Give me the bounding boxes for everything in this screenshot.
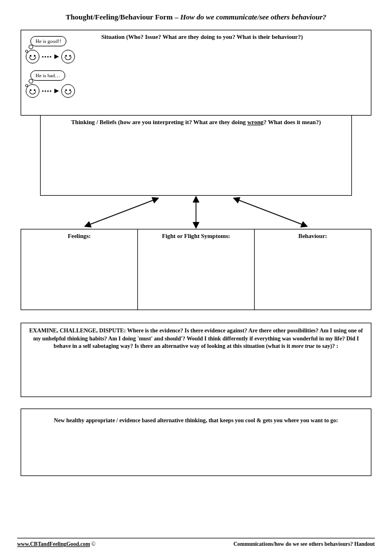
behaviour-col: Behaviour: <box>255 229 371 310</box>
situation-box: Situation (Who? Issue? What are they doi… <box>21 30 371 116</box>
thinking-heading-underlined: wrong <box>247 119 263 125</box>
svg-line-0 <box>88 199 156 225</box>
triple-box: Feelings: Fight or Flight Symptoms: Beha… <box>21 229 371 310</box>
examine-body-post: to say)? : <box>315 343 338 349</box>
smiley-icon <box>26 84 39 98</box>
examine-body-italic: more true <box>292 343 315 349</box>
footer-copy: © <box>90 541 96 547</box>
thinking-box: Thinking / Beliefs (how are you interpre… <box>40 116 352 196</box>
thought-bubble-good: He is good!! <box>30 36 66 46</box>
examine-lead: EXAMINE, CHALLENGE, DISPUTE: <box>29 327 127 334</box>
thinking-heading-post: ? What does it mean?) <box>264 119 321 125</box>
arrows-zone <box>40 196 352 229</box>
feelings-heading: Feelings: <box>26 233 133 239</box>
footer-left: www.CBTandFeelingGood.com © <box>17 541 96 547</box>
examine-heading: EXAMINE, CHALLENGE, DISPUTE: Where is th… <box>28 327 364 350</box>
thought-bubble-bad: He is bad… <box>30 70 65 81</box>
fight-flight-col: Fight or Flight Symptoms: <box>138 229 255 310</box>
page-title: Thought/Feeling/Behaviour Form – How do … <box>17 13 375 22</box>
title-main: Thought/Feeling/Behaviour Form – <box>66 13 180 21</box>
footer-rule <box>17 538 375 538</box>
worksheet-page: Thought/Feeling/Behaviour Form – How do … <box>0 0 392 555</box>
examine-box: EXAMINE, CHALLENGE, DISPUTE: Where is th… <box>21 323 371 397</box>
thinking-heading-pre: Thinking / Beliefs (how are you interpre… <box>71 119 247 125</box>
face-row-2: •••• <box>26 84 98 98</box>
arrow-icon <box>54 89 59 93</box>
title-sub: How do we communicate/see others behavio… <box>180 13 326 21</box>
smiley-icon <box>61 84 75 98</box>
new-thinking-heading: New healthy appropriate / evidence based… <box>28 417 364 423</box>
smiley-icon <box>26 50 39 64</box>
footer-link[interactable]: www.CBTandFeelingGood.com <box>17 541 90 547</box>
face-row-1: •••• <box>26 50 98 64</box>
footer: www.CBTandFeelingGood.com © Communicatio… <box>17 541 375 547</box>
footer-right: Communications/how do we see others beha… <box>233 541 375 547</box>
svg-line-2 <box>236 199 305 225</box>
smiley-icon <box>61 50 75 64</box>
behaviour-heading: Behaviour: <box>259 233 366 239</box>
dots-icon: •••• <box>42 54 52 60</box>
feelings-col: Feelings: <box>21 229 138 310</box>
arrows-svg <box>40 196 352 229</box>
arrow-icon <box>54 54 59 59</box>
dots-icon: •••• <box>42 88 52 94</box>
thinking-heading: Thinking / Beliefs (how are you interpre… <box>46 119 346 125</box>
new-thinking-box: New healthy appropriate / evidence based… <box>21 409 371 476</box>
illustration: He is good!! •••• He is bad… •••• <box>25 35 98 104</box>
fight-flight-heading: Fight or Flight Symptoms: <box>142 233 250 239</box>
